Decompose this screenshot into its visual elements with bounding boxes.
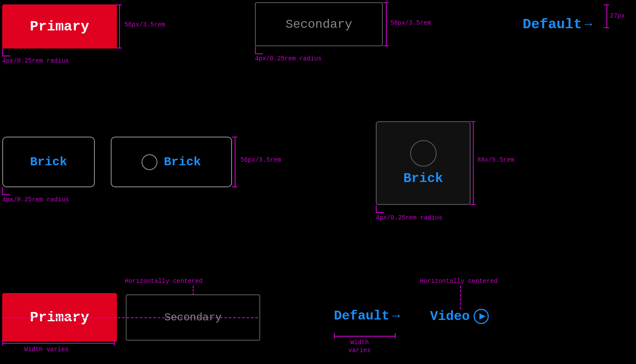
tick-top-brick-large bbox=[470, 121, 475, 122]
corner-mark-brick-1 bbox=[2, 187, 10, 195]
video-label-row3: Video bbox=[430, 309, 470, 324]
secondary-button-row1[interactable]: Secondary bbox=[255, 2, 383, 46]
dim-line-h-primary-width bbox=[2, 343, 115, 344]
tick-top-primary-r1 bbox=[116, 4, 122, 5]
brick-button-large[interactable]: Brick bbox=[376, 121, 471, 205]
dim-line-v-secondary-r1 bbox=[386, 2, 387, 46]
tick-left-primary-width bbox=[2, 340, 3, 345]
brick-button-1[interactable]: Brick bbox=[2, 137, 95, 187]
primary-button-row1[interactable]: Primary bbox=[2, 4, 117, 48]
arrow-icon-row1: → bbox=[584, 18, 592, 31]
dim-line-v-brick-large bbox=[473, 121, 474, 205]
secondary-label-row1: Secondary bbox=[285, 18, 352, 31]
tick-top-default-r1 bbox=[604, 4, 609, 5]
dim-height-secondary-r1: 56px/3.5rem bbox=[390, 19, 431, 26]
corner-mark-primary-r1 bbox=[2, 48, 10, 56]
radius-label-primary-r1: 4px/0.25rem radius bbox=[2, 57, 69, 64]
tick-bottom-default-r1 bbox=[604, 27, 609, 28]
dim-height-brick-r2: 56px/3.5rem bbox=[240, 156, 281, 163]
brick-label-1: Brick bbox=[30, 155, 67, 169]
video-link-row3[interactable]: Video bbox=[430, 308, 489, 324]
width-varies-label-r3-primary: Width varies bbox=[24, 346, 69, 353]
dim-line-v-primary-r1 bbox=[119, 4, 120, 48]
tick-top-secondary-r1 bbox=[383, 2, 389, 3]
dim-line-h-default-width bbox=[334, 336, 396, 337]
brick-label-2: Brick bbox=[164, 155, 201, 169]
svg-marker-1 bbox=[479, 313, 486, 319]
dim-line-v-default-r1 bbox=[606, 4, 607, 28]
default-link-row3[interactable]: Default → bbox=[334, 308, 400, 323]
tick-right-primary-width bbox=[114, 340, 115, 345]
tick-bottom-secondary-r1 bbox=[383, 45, 389, 46]
dashed-v-line-r3-right bbox=[460, 286, 461, 309]
corner-mark-secondary-r1 bbox=[255, 46, 263, 54]
tick-bottom-brick-large bbox=[470, 204, 475, 205]
corner-mark-brick-large bbox=[376, 205, 384, 213]
play-circle-icon bbox=[473, 308, 489, 324]
radius-label-brick-large: 4px/0.25rem radius bbox=[376, 214, 442, 221]
default-label-row1: Default bbox=[523, 16, 582, 33]
h-centered-label-r3-left: Horizontally centered bbox=[125, 278, 202, 285]
primary-label-row1: Primary bbox=[30, 19, 89, 35]
dim-height-primary-r1: 56px/3.5rem bbox=[124, 21, 165, 28]
dashed-v-line-r3-left bbox=[193, 286, 194, 295]
arrow-icon-row3: → bbox=[392, 308, 400, 323]
brick-button-2[interactable]: Brick bbox=[111, 137, 232, 187]
default-label-row3: Default bbox=[334, 308, 389, 323]
h-centered-label-r3-right: Horizontally centered bbox=[420, 278, 498, 285]
circle-icon-brick-2 bbox=[142, 154, 157, 170]
tick-top-brick-r2 bbox=[232, 137, 237, 137]
dim-height-brick-large: 88x/5.5rem bbox=[477, 156, 514, 163]
circle-icon-brick-large bbox=[410, 140, 437, 167]
radius-label-secondary-r1: 4px/0.25rem radius bbox=[255, 55, 322, 62]
brick-label-large: Brick bbox=[403, 171, 443, 186]
secondary-label-row3: Secondary bbox=[165, 312, 222, 323]
radius-label-brick-1: 4px/0.25rem radius bbox=[2, 196, 69, 203]
tick-right-default-width bbox=[395, 333, 396, 338]
tick-left-default-width bbox=[334, 333, 335, 338]
default-link-row1[interactable]: Default → bbox=[523, 16, 592, 33]
secondary-button-row3[interactable]: Secondary bbox=[126, 294, 260, 341]
dim-height-default-r1: 27px bbox=[610, 12, 625, 19]
tick-bottom-brick-r2 bbox=[232, 186, 237, 187]
width-varies-label-r3-default: Widthvaries bbox=[348, 338, 370, 354]
tick-bottom-primary-r1 bbox=[116, 48, 122, 48]
dim-line-v-brick-r2 bbox=[235, 137, 236, 187]
